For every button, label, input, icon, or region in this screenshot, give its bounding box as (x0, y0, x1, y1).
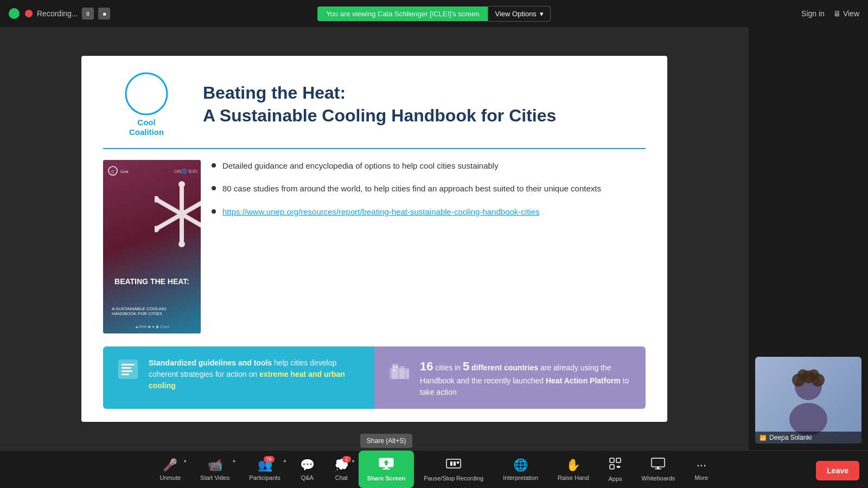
svg-point-27 (789, 403, 827, 435)
unmute-label: Unmute (160, 474, 181, 481)
participant-video: 📶 Deepa Solanki (755, 357, 861, 444)
share-screen-icon (379, 458, 394, 473)
svg-point-31 (797, 369, 808, 380)
start-video-button[interactable]: 📹 ▲ Start Video (190, 451, 239, 488)
pause-recording-button[interactable]: ⏸ (82, 8, 94, 20)
chevron-down-icon: ▾ (540, 10, 544, 18)
more-icon: ··· (697, 458, 706, 472)
slide-bullets: Detailed guidance and encyclopedia of op… (212, 160, 646, 333)
svg-rect-43 (610, 465, 614, 469)
info-box-left-text: Standardized guidelines and tools help c… (149, 357, 361, 391)
bottom-toolbar: 🎤 ▲ Unmute 📹 ▲ Start Video 👥 79 ▲ Partic… (0, 450, 868, 488)
svg-rect-40 (457, 461, 459, 464)
chat-caret[interactable]: ▲ (351, 458, 355, 463)
whiteboards-icon (651, 458, 665, 473)
start-video-label: Start Video (200, 474, 229, 481)
recording-red-dot (25, 10, 33, 17)
share-screen-button[interactable]: Share (Alt+S) Share Screen (359, 451, 414, 488)
sign-in-button[interactable]: Sign in (801, 9, 825, 18)
chat-badge: 2 (342, 456, 351, 463)
book-title: BEATING THE HEAT: (107, 273, 196, 290)
slide-body: CCool UN🌐 5⃣0⃣ (81, 160, 667, 346)
viewing-banner: You are viewing Cata Schlienger [ICLEI]'… (317, 7, 488, 21)
svg-rect-44 (652, 458, 665, 467)
raise-hand-label: Raise Hand (558, 474, 589, 481)
svg-rect-35 (382, 468, 390, 470)
qa-icon: 💬 (300, 458, 315, 472)
pause-stop-icon (446, 458, 461, 473)
video-caret[interactable]: ▲ (232, 458, 236, 463)
more-button[interactable]: ··· More (685, 451, 718, 488)
stop-recording-button[interactable]: ■ (98, 8, 110, 20)
camera-icon: 📹 (208, 458, 222, 472)
recording-label: Recording... (37, 9, 78, 18)
svg-rect-18 (122, 374, 129, 375)
unmute-caret[interactable]: ▲ (183, 458, 187, 463)
svg-rect-21 (399, 366, 405, 379)
whiteboards-button[interactable]: Whiteboards (632, 451, 685, 488)
participant-name: Deepa Solanki (769, 434, 812, 441)
bullet-2: 80 case studies from around the world, t… (212, 183, 646, 195)
raise-hand-button[interactable]: ✋ Raise Hand (548, 451, 598, 488)
unmute-button[interactable]: 🎤 ▲ Unmute (150, 451, 191, 488)
qa-label: Q&A (301, 474, 314, 481)
participants-icon: 👥 79 (258, 458, 272, 472)
svg-point-9 (178, 241, 185, 247)
view-label: View (843, 9, 859, 18)
logo-container: C Cool Coalition (103, 72, 190, 137)
chat-label: Chat (335, 474, 348, 481)
whiteboards-label: Whiteboards (642, 475, 675, 481)
apps-button[interactable]: Apps (599, 451, 632, 488)
participants-caret[interactable]: ▲ (283, 458, 287, 463)
book-subtitle: A SUSTAINABLE COOLING HANDBOOK FOR CITIE… (107, 306, 196, 316)
green-status-dot (9, 8, 20, 19)
interpretation-icon: 🌐 (513, 458, 528, 472)
qa-button[interactable]: 💬 Q&A (290, 451, 324, 488)
svg-rect-46 (655, 468, 661, 470)
more-label: More (694, 474, 708, 481)
view-options-label: View Options (495, 10, 537, 18)
slide-title-block: Beating the Heat: A Sustainable Cooling … (203, 82, 646, 127)
screen-icon: 🖥 (833, 9, 841, 18)
slide-title: Beating the Heat: A Sustainable Cooling … (203, 82, 646, 127)
chat-icon: 💭 2 (334, 458, 349, 472)
bullet-dot-1 (212, 163, 216, 168)
svg-rect-24 (396, 366, 398, 368)
signal-icon: 📶 (760, 435, 766, 441)
slide-header: C Cool Coalition Beating the Heat: A Sus… (81, 56, 667, 148)
info-box-right-text: 16 cities in 5 different countries are a… (420, 357, 633, 398)
svg-rect-17 (122, 370, 132, 372)
svg-rect-42 (616, 458, 621, 463)
handbook-link[interactable]: https://www.unep.org/resources/report/be… (222, 206, 540, 219)
svg-rect-15 (122, 364, 135, 365)
svg-rect-16 (122, 367, 131, 369)
interpretation-label: Interpretation (503, 474, 538, 481)
slide-container: C Cool Coalition Beating the Heat: A Sus… (81, 56, 667, 422)
participants-label: Participants (249, 474, 280, 481)
chat-button[interactable]: 💭 2 ▲ Chat (324, 451, 359, 488)
apps-label: Apps (609, 476, 622, 482)
recording-section: Recording... ⏸ ■ (9, 8, 110, 20)
svg-rect-41 (610, 458, 614, 463)
cool-coalition-logo: C (125, 72, 168, 115)
participants-button[interactable]: 👥 79 ▲ Participants (239, 451, 290, 488)
pause-stop-recording-button[interactable]: Pause/Stop Recording (414, 451, 493, 488)
apps-icon (609, 457, 622, 473)
leave-button[interactable]: Leave (816, 461, 859, 480)
svg-point-8 (178, 181, 185, 188)
participant-name-bar: 📶 Deepa Solanki (755, 432, 861, 444)
pause-stop-label: Pause/Stop Recording (424, 475, 483, 481)
interpretation-button[interactable]: 🌐 Interpretation (493, 451, 548, 488)
participants-badge: 79 (264, 456, 275, 463)
video-panel: 📶 Deepa Solanki (749, 27, 868, 450)
svg-rect-39 (454, 461, 456, 466)
microphone-icon: 🎤 (163, 458, 177, 472)
share-tooltip: Share (Alt+S) (360, 434, 412, 448)
info-boxes: Standardized guidelines and tools help c… (103, 346, 646, 409)
svg-rect-38 (450, 461, 452, 466)
view-button[interactable]: 🖥 View (833, 9, 859, 18)
main-area: C Cool Coalition Beating the Heat: A Sus… (0, 27, 868, 450)
svg-text:Cool: Cool (120, 170, 129, 174)
info-box-right: 16 cities in 5 different countries are a… (374, 346, 646, 409)
view-options-button[interactable]: View Options ▾ (488, 6, 551, 22)
